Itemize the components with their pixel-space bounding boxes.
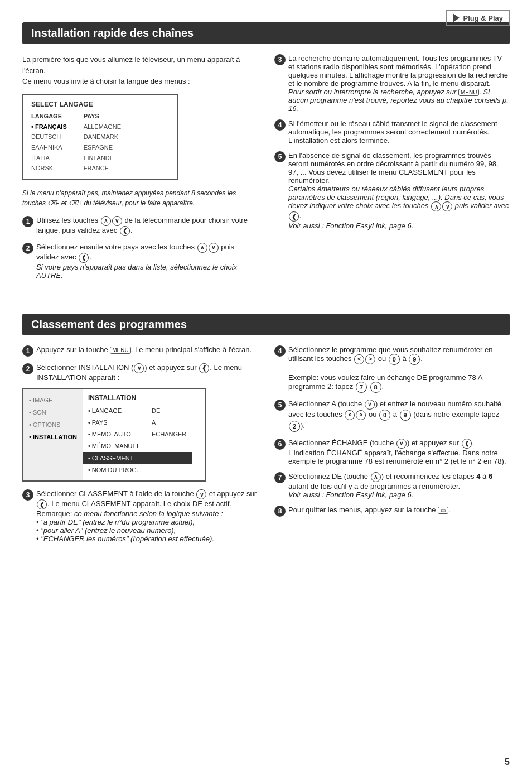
ok-icon-s3: ❰ (37, 499, 47, 509)
section2-left: 1 Appuyez sur la touche MENU. Le menu pr… (22, 345, 258, 550)
col2-item-3: ESPAGNE (84, 142, 121, 153)
num0-icon: 0 (389, 354, 400, 365)
menu-icon-s8: ▭ (438, 507, 448, 514)
plug-play-badge: Plug & Play (446, 10, 510, 26)
inst-row-4: • MÉMO. MANUEL. (88, 440, 186, 452)
step1-num: 1 (22, 216, 33, 227)
step3-num: 3 (274, 54, 286, 65)
step4-num: 4 (274, 119, 286, 131)
inst-label-5: • CLASSEMENT (88, 453, 144, 464)
s2-step3-num: 3 (22, 489, 33, 501)
inst-left-3: • OPTIONS (29, 419, 77, 431)
section2-step7: 7 Sélectionnez DE (touche ∧) et recommen… (274, 472, 510, 499)
s2-step8-num: 8 (274, 506, 286, 517)
greater2-icon: > (356, 410, 366, 420)
up-arrow-icon: ∧ (101, 216, 111, 226)
col1-items: • FRANÇAIS DEUTSCH ΕΛΛΗΝΙΚΑ ITALIA NORSK (31, 122, 67, 174)
col2-item-1: ALLEMAGNE (84, 122, 121, 132)
section2-right: 4 Sélectionnez le programme que vous sou… (274, 345, 510, 550)
down-arrow2-icon: ∨ (209, 243, 219, 253)
inst-row-6: • NOM DU PROG. (88, 464, 186, 476)
inst-label-1: • LANGAGE (88, 405, 144, 417)
plug-play-label: Plug & Play (463, 14, 503, 22)
select-langage-title: SELECT LANGAGE (31, 100, 170, 108)
section1-step3: 3 La recherche démarre automatiquement. … (274, 54, 510, 113)
num2-icon: 2 (289, 421, 300, 432)
inst-label-6: • NOM DU PROG. (88, 464, 144, 476)
s2-step2-content: Sélectionner INSTALLATION (∨) et appuyez… (36, 363, 258, 382)
col1-item-2: DEUTSCH (31, 132, 67, 142)
up-icon-s5: ∧ (431, 201, 441, 211)
select-langage-col1: LANGAGE • FRANÇAIS DEUTSCH ΕΛΛΗΝΙΚΑ ITAL… (31, 113, 67, 174)
section1-step5: 5 En l'absence de signal de classement, … (274, 151, 510, 230)
section1-intro1: La première fois que vous allumez le tél… (22, 54, 258, 87)
col1-item-3: ΕΛΛΗΝΙΚΑ (31, 142, 67, 153)
ok-icon-s6: ❰ (462, 439, 472, 449)
inst-val-1: DE (152, 405, 160, 417)
inst-left-2: • SON (29, 406, 77, 419)
circle-v4-icon: ∨ (396, 439, 407, 449)
s2-step8-content: Pour quitter les menus, appuyez sur la t… (288, 506, 510, 514)
greater-icon: > (365, 354, 375, 364)
inst-left-1: • IMAGE (29, 394, 77, 406)
installation-left-panel: • IMAGE • SON • OPTIONS • INSTALLATION (23, 389, 83, 480)
s2-step6-content: Sélectionnez ÉCHANGE (touche ∨) et appuy… (288, 439, 510, 465)
less-icon: < (354, 354, 364, 364)
col2-item-4: FINLANDE (84, 153, 121, 163)
circle-v2-icon: ∨ (196, 489, 206, 499)
inst-label-2: • PAYS (88, 417, 144, 429)
inst-row-5: • CLASSEMENT (83, 452, 192, 465)
section-divider (22, 300, 510, 300)
s2-step7-num: 7 (274, 472, 286, 483)
ok-icon-s5: ❰ (289, 211, 299, 222)
section1-step4: 4 Si l'émetteur ou le réseau câblé trans… (274, 119, 510, 145)
col2-item-5: FRANCE (84, 163, 121, 174)
select-langage-cols: LANGAGE • FRANÇAIS DEUTSCH ΕΛΛΗΝΙΚΑ ITAL… (31, 113, 170, 174)
step4-content: Si l'émetteur ou le réseau câblé transme… (288, 119, 510, 145)
inst-row-1: • LANGAGE DE (88, 405, 186, 417)
s2-step5-content: Sélectionnez A (touche ∨) et entrez le n… (288, 400, 510, 432)
section2-step5: 5 Sélectionnez A (touche ∨) et entrez le… (274, 400, 510, 432)
s2-step7-content: Sélectionnez DE (touche ∧) et recommence… (288, 472, 510, 499)
section2: Classement des programmes 1 Appuyez sur … (22, 314, 510, 550)
section2-step4: 4 Sélectionnez le programme que vous sou… (274, 345, 510, 393)
ok-icon-s2: ❰ (199, 363, 209, 373)
plug-play-arrow-icon (453, 13, 460, 22)
step5-num: 5 (274, 151, 286, 162)
num8-icon: 8 (370, 382, 381, 393)
s2-step4-content: Sélectionnez le programme que vous souha… (288, 345, 510, 393)
circle-v3-icon: ∨ (365, 400, 375, 410)
section2-step2: 2 Sélectionner INSTALLATION (∨) et appuy… (22, 363, 258, 382)
inst-row-3: • MÉMO. AUTO. ECHANGER (88, 429, 186, 440)
section2-title: Classement des programmes (22, 314, 510, 335)
col2-header: PAYS (84, 113, 121, 119)
up-icon-s7: ∧ (371, 472, 381, 482)
up-arrow2-icon: ∧ (197, 243, 207, 253)
section1-italic-note: Si le menu n'apparaît pas, maintenez app… (22, 188, 258, 208)
section1: Installation rapide des chaînes La premi… (22, 22, 510, 286)
less2-icon: < (345, 410, 355, 420)
section1-title: Installation rapide des chaînes (22, 22, 510, 44)
step2-num: 2 (22, 243, 33, 254)
circle-v-icon: ∨ (134, 363, 144, 373)
section1-right: 3 La recherche démarre automatiquement. … (274, 54, 510, 286)
s2-step3-content: Sélectionner CLASSEMENT à l'aide de la t… (36, 489, 258, 543)
col1-item-5: NORSK (31, 163, 67, 174)
num7-icon: 7 (356, 382, 367, 393)
inst-label-4: • MÉMO. MANUEL. (88, 440, 144, 452)
section1-step2: 2 Sélectionnez ensuite votre pays avec l… (22, 243, 258, 280)
section2-step8: 8 Pour quitter les menus, appuyez sur la… (274, 506, 510, 517)
num9b-icon: 9 (400, 410, 411, 421)
s2-step1-content: Appuyez sur la touche MENU. Le menu prin… (36, 345, 258, 354)
col2-item-2: DANEMARK (84, 132, 121, 142)
col2-items: ALLEMAGNE DANEMARK ESPAGNE FINLANDE FRAN… (84, 122, 121, 174)
ok-icon-1: ❰ (120, 226, 130, 236)
ok-icon-2: ❰ (79, 253, 89, 263)
page-number: 5 (505, 757, 510, 767)
inst-val-3: ECHANGER (152, 429, 186, 440)
num9-icon: 9 (409, 354, 420, 365)
inst-val-2: A (152, 417, 156, 429)
section1-step1: 1 Utilisez les touches ∧∨ de la télécomm… (22, 216, 258, 236)
inst-left-4: • INSTALLATION (29, 431, 77, 443)
col1-item-1: • FRANÇAIS (31, 122, 67, 132)
